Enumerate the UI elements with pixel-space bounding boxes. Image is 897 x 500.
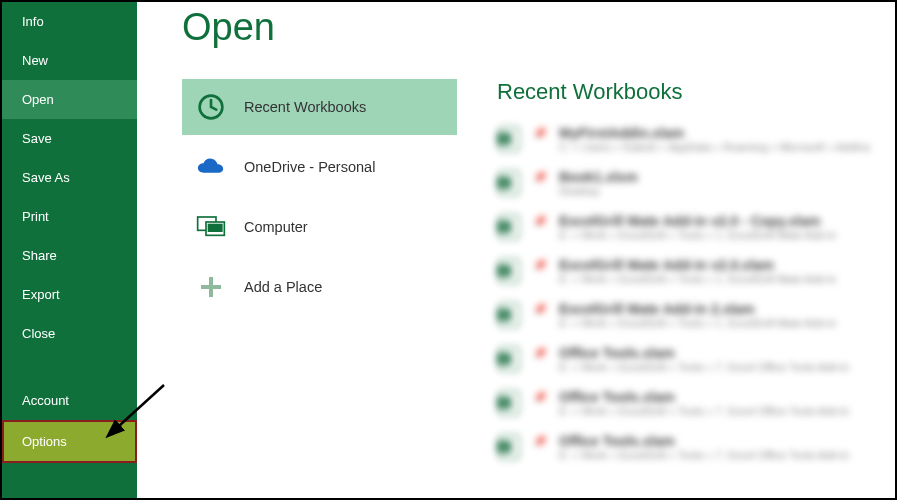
file-path: E: » Work » ExcelGrill » Tools » 1. Exce… bbox=[559, 273, 836, 285]
svg-text:X: X bbox=[501, 267, 507, 276]
open-locations: Recent Workbooks OneDrive - Personal Com… bbox=[182, 79, 457, 461]
location-label: OneDrive - Personal bbox=[244, 159, 375, 175]
onedrive-icon bbox=[196, 157, 226, 177]
backstage-sidebar: Info New Open Save Save As Print Share E… bbox=[2, 2, 137, 498]
excel-file-icon: X bbox=[497, 433, 521, 461]
plus-icon bbox=[196, 275, 226, 299]
file-name: MyFirstAddin.xlam bbox=[559, 125, 870, 141]
file-name: ExcelGrill Mate Add-in 2.xlam bbox=[559, 301, 836, 317]
svg-text:X: X bbox=[501, 355, 507, 364]
recent-file[interactable]: X📌Office Tools.xlamE: » Work » ExcelGril… bbox=[497, 345, 875, 373]
excel-file-icon: X bbox=[497, 257, 521, 285]
file-name: Book1.xlsm bbox=[559, 169, 638, 185]
file-name: ExcelGrill Mate Add-in v2.0 - Copy.xlam bbox=[559, 213, 836, 229]
pin-icon[interactable]: 📌 bbox=[533, 391, 547, 404]
svg-text:X: X bbox=[501, 179, 507, 188]
sidebar-item-options[interactable]: Options bbox=[2, 420, 137, 463]
location-addplace[interactable]: Add a Place bbox=[182, 259, 457, 315]
pin-icon[interactable]: 📌 bbox=[533, 259, 547, 272]
pin-icon[interactable]: 📌 bbox=[533, 435, 547, 448]
sidebar-item-print[interactable]: Print bbox=[2, 197, 137, 236]
sidebar-item-save[interactable]: Save bbox=[2, 119, 137, 158]
location-onedrive[interactable]: OneDrive - Personal bbox=[182, 139, 457, 195]
sidebar-item-close[interactable]: Close bbox=[2, 314, 137, 353]
sidebar-item-open[interactable]: Open bbox=[2, 80, 137, 119]
file-name: Office Tools.xlam bbox=[559, 389, 849, 405]
recent-file[interactable]: X📌Office Tools.xlamE: » Work » ExcelGril… bbox=[497, 389, 875, 417]
recent-file[interactable]: X📌ExcelGrill Mate Add-in v2.0.xlamE: » W… bbox=[497, 257, 875, 285]
pin-icon[interactable]: 📌 bbox=[533, 215, 547, 228]
excel-file-icon: X bbox=[497, 125, 521, 153]
recent-file[interactable]: X📌ExcelGrill Mate Add-in v2.0 - Copy.xla… bbox=[497, 213, 875, 241]
svg-text:X: X bbox=[501, 443, 507, 452]
recent-list: X📌MyFirstAddin.xlamC: » Users » Kalesh »… bbox=[497, 125, 875, 461]
file-path: E: » Work » ExcelGrill » Tools » 7. Exce… bbox=[559, 449, 849, 461]
svg-text:X: X bbox=[501, 223, 507, 232]
file-name: Office Tools.xlam bbox=[559, 345, 849, 361]
excel-file-icon: X bbox=[497, 301, 521, 329]
recent-heading: Recent Workbooks bbox=[497, 79, 875, 105]
page-title: Open bbox=[182, 6, 895, 49]
computer-icon bbox=[196, 215, 226, 239]
location-recent[interactable]: Recent Workbooks bbox=[182, 79, 457, 135]
recent-panel: Recent Workbooks X📌MyFirstAddin.xlamC: »… bbox=[497, 79, 895, 461]
pin-icon[interactable]: 📌 bbox=[533, 171, 547, 184]
sidebar-item-saveas[interactable]: Save As bbox=[2, 158, 137, 197]
file-path: E: » Work » ExcelGrill » Tools » 1. Exce… bbox=[559, 317, 836, 329]
location-computer[interactable]: Computer bbox=[182, 199, 457, 255]
recent-file[interactable]: X📌MyFirstAddin.xlamC: » Users » Kalesh »… bbox=[497, 125, 875, 153]
svg-text:X: X bbox=[501, 135, 507, 144]
recent-file[interactable]: X📌ExcelGrill Mate Add-in 2.xlamE: » Work… bbox=[497, 301, 875, 329]
recent-file[interactable]: X📌Office Tools.xlamE: » Work » ExcelGril… bbox=[497, 433, 875, 461]
pin-icon[interactable]: 📌 bbox=[533, 127, 547, 140]
sidebar-item-export[interactable]: Export bbox=[2, 275, 137, 314]
file-path: E: » Work » ExcelGrill » Tools » 7. Exce… bbox=[559, 361, 849, 373]
svg-text:X: X bbox=[501, 399, 507, 408]
excel-file-icon: X bbox=[497, 213, 521, 241]
clock-icon bbox=[196, 93, 226, 121]
sidebar-item-info[interactable]: Info bbox=[2, 2, 137, 41]
recent-file[interactable]: X📌Book1.xlsmDesktop bbox=[497, 169, 875, 197]
sidebar-item-new[interactable]: New bbox=[2, 41, 137, 80]
excel-file-icon: X bbox=[497, 169, 521, 197]
file-path: E: » Work » ExcelGrill » Tools » 7. Exce… bbox=[559, 405, 849, 417]
excel-file-icon: X bbox=[497, 345, 521, 373]
location-label: Computer bbox=[244, 219, 308, 235]
pin-icon[interactable]: 📌 bbox=[533, 303, 547, 316]
file-name: ExcelGrill Mate Add-in v2.0.xlam bbox=[559, 257, 836, 273]
main-panel: Open Recent Workbooks OneDrive - Persona… bbox=[137, 2, 895, 498]
location-label: Add a Place bbox=[244, 279, 322, 295]
svg-text:X: X bbox=[501, 311, 507, 320]
file-path: C: » Users » Kalesh » AppData » Roaming … bbox=[559, 141, 870, 153]
excel-file-icon: X bbox=[497, 389, 521, 417]
location-label: Recent Workbooks bbox=[244, 99, 366, 115]
file-path: E: » Work » ExcelGrill » Tools » 1. Exce… bbox=[559, 229, 836, 241]
sidebar-item-share[interactable]: Share bbox=[2, 236, 137, 275]
pin-icon[interactable]: 📌 bbox=[533, 347, 547, 360]
sidebar-item-account[interactable]: Account bbox=[2, 381, 137, 420]
svg-rect-3 bbox=[208, 224, 223, 232]
file-name: Office Tools.xlam bbox=[559, 433, 849, 449]
file-path: Desktop bbox=[559, 185, 638, 197]
